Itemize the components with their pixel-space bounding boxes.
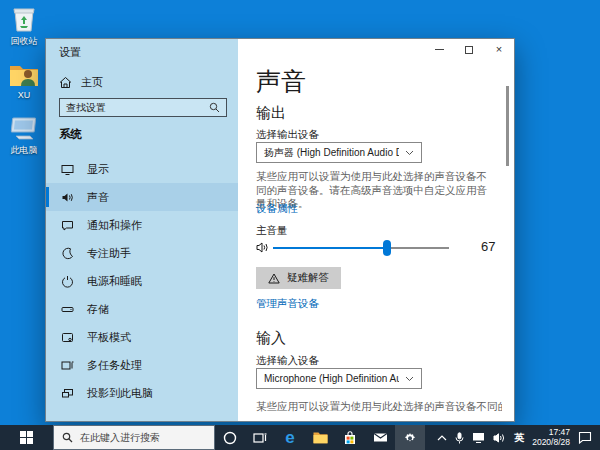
notifications-icon: [61, 219, 74, 232]
window-title: 设置: [59, 45, 81, 60]
search-placeholder: 查找设置: [66, 101, 209, 115]
sidebar-item-label: 存储: [87, 302, 109, 317]
desktop-icon-label: 此电脑: [11, 145, 38, 155]
window-controls: ×: [424, 39, 514, 60]
windows-logo-icon: [20, 431, 33, 444]
settings-window: 设置 主页 查找设置 系统 显示: [45, 38, 515, 422]
sidebar-item-sound[interactable]: 声音: [46, 183, 238, 211]
master-volume-label: 主音量: [256, 224, 288, 238]
output-device-value: 扬声器 (High Definition Audio Device): [264, 146, 399, 160]
sidebar-item-label: 电源和睡眠: [87, 274, 142, 289]
sidebar-item-multitasking[interactable]: 多任务处理: [46, 351, 238, 379]
desktop-icon-recycle-bin[interactable]: 回收站: [1, 5, 47, 48]
taskbar-app-cortana[interactable]: [215, 425, 245, 450]
settings-sidebar: 设置 主页 查找设置 系统 显示: [46, 39, 238, 421]
taskbar-apps: e: [215, 425, 425, 450]
input-description: 某些应用可以设置为使用与此处选择的声音设备不同的声音设备。请: [256, 400, 502, 414]
sidebar-item-notifications[interactable]: 通知和操作: [46, 211, 238, 239]
sidebar-item-focus-assist[interactable]: 专注助手: [46, 239, 238, 267]
output-device-label: 选择输出设备: [256, 128, 319, 142]
output-device-dropdown[interactable]: 扬声器 (High Definition Audio Device): [256, 142, 422, 163]
recycle-bin-icon: [11, 5, 37, 33]
taskbar-app-store[interactable]: [335, 425, 365, 450]
power-sleep-icon: [61, 275, 74, 288]
store-icon: [343, 431, 357, 445]
volume-value: 67: [481, 239, 495, 254]
this-pc-icon: [9, 115, 39, 142]
task-view-icon: [253, 432, 267, 444]
manage-sound-devices-link[interactable]: 管理声音设备: [256, 297, 319, 311]
edge-icon: e: [285, 429, 294, 446]
search-icon: [62, 432, 73, 443]
multitasking-icon: [61, 359, 74, 372]
taskbar-app-settings[interactable]: [395, 425, 425, 450]
input-device-dropdown[interactable]: Microphone (High Definition Audio...: [256, 368, 422, 389]
sidebar-item-label: 多任务处理: [87, 358, 142, 373]
chevron-down-icon: [405, 376, 414, 382]
volume-slider-row: 67: [256, 238, 496, 258]
input-device-value: Microphone (High Definition Audio...: [264, 373, 399, 384]
desktop-icon-label: XU: [18, 90, 31, 100]
desktop-icon-label: 回收站: [11, 36, 38, 46]
sidebar-items: 显示 声音 通知和操作: [46, 155, 238, 407]
taskbar-search-input[interactable]: 在此键入进行搜索: [53, 425, 215, 450]
volume-icon: [256, 241, 270, 254]
warning-icon: [268, 273, 280, 284]
sidebar-item-display[interactable]: 显示: [46, 155, 238, 183]
system-tray: 英 17:47 2020/8/28: [437, 425, 600, 450]
taskbar-clock[interactable]: 17:47 2020/8/28: [532, 428, 570, 447]
clock-date: 2020/8/28: [532, 438, 570, 448]
home-label: 主页: [81, 75, 103, 90]
cortana-icon: [223, 431, 237, 445]
tablet-mode-icon: [61, 331, 74, 344]
tray-network-icon[interactable]: [472, 432, 485, 443]
sidebar-item-project-to-pc[interactable]: 投影到此电脑: [46, 379, 238, 407]
sidebar-item-home[interactable]: 主页: [59, 75, 103, 90]
page-title: 声音: [256, 65, 306, 98]
project-to-pc-icon: [61, 387, 74, 400]
troubleshoot-button[interactable]: 疑难解答: [256, 267, 341, 289]
maximize-icon: [465, 46, 473, 54]
sidebar-item-label: 专注助手: [87, 246, 131, 261]
user-folder-icon: [9, 62, 39, 88]
chevron-down-icon: [405, 150, 414, 156]
device-properties-link[interactable]: 设备属性: [256, 202, 298, 216]
minimize-button[interactable]: [424, 39, 454, 60]
scrollbar-thumb[interactable]: [506, 86, 509, 166]
file-explorer-icon: [313, 431, 328, 444]
troubleshoot-label: 疑难解答: [287, 271, 329, 285]
language-indicator[interactable]: 英: [514, 431, 524, 445]
input-section-title: 输入: [256, 329, 286, 348]
input-device-label: 选择输入设备: [256, 354, 319, 368]
volume-slider[interactable]: [273, 247, 449, 249]
taskbar-app-task-view[interactable]: [245, 425, 275, 450]
sidebar-item-tablet-mode[interactable]: 平板模式: [46, 323, 238, 351]
sidebar-item-label: 投影到此电脑: [87, 386, 153, 401]
sound-icon: [61, 191, 74, 204]
sidebar-item-storage[interactable]: 存储: [46, 295, 238, 323]
sidebar-item-label: 声音: [87, 190, 109, 205]
desktop-icon-user-folder[interactable]: XU: [1, 62, 47, 100]
taskbar-app-mail[interactable]: [365, 425, 395, 450]
mail-icon: [373, 432, 388, 443]
start-button[interactable]: [0, 425, 53, 450]
close-button[interactable]: ×: [484, 39, 514, 60]
volume-slider-thumb[interactable]: [383, 240, 391, 256]
settings-search-input[interactable]: 查找设置: [59, 98, 227, 117]
taskbar: 在此键入进行搜索 e: [0, 425, 600, 450]
action-center-icon[interactable]: [578, 431, 592, 444]
tray-chevron-up-icon[interactable]: [437, 435, 447, 441]
sidebar-item-label: 平板模式: [87, 330, 131, 345]
sidebar-item-power-sleep[interactable]: 电源和睡眠: [46, 267, 238, 295]
desktop-icon-this-pc[interactable]: 此电脑: [1, 115, 47, 157]
tray-microphone-icon[interactable]: [455, 432, 464, 444]
close-icon: ×: [496, 44, 502, 55]
maximize-button[interactable]: [454, 39, 484, 60]
taskbar-app-edge[interactable]: e: [275, 425, 305, 450]
sidebar-section-label: 系统: [59, 127, 82, 142]
home-icon: [59, 76, 72, 89]
display-icon: [61, 163, 74, 176]
storage-icon: [61, 303, 74, 316]
taskbar-app-file-explorer[interactable]: [305, 425, 335, 450]
tray-volume-icon[interactable]: [493, 432, 506, 444]
